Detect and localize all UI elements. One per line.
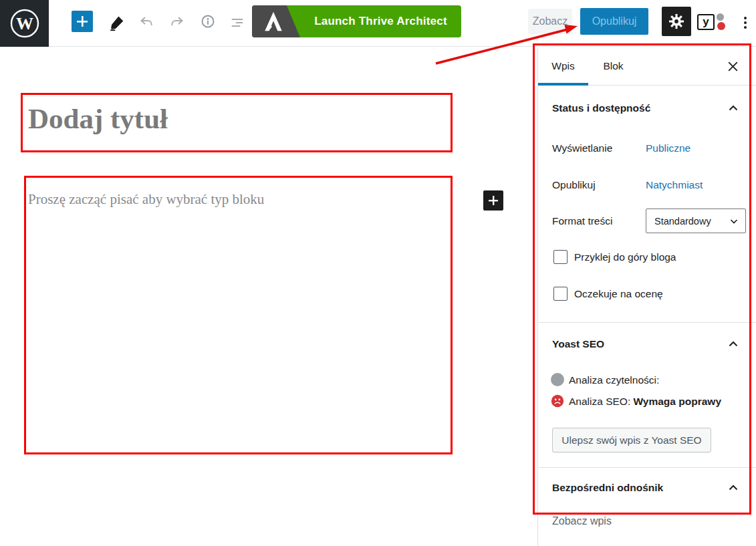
close-sidebar-button[interactable]: [726, 59, 739, 73]
pending-review-checkbox-label[interactable]: Oczekuje na ocenę: [574, 288, 663, 300]
pencil-icon: [108, 14, 126, 31]
visibility-value-link[interactable]: Publiczne: [646, 142, 690, 154]
kebab-dot: [744, 17, 747, 19]
seo-status-value: Wymaga poprawy: [634, 396, 722, 407]
settings-sidebar: Wpis Blok Status i dostępność Wyświetlan…: [537, 47, 756, 546]
chevron-down-icon: [729, 217, 739, 226]
preview-button[interactable]: Zobacz: [528, 9, 572, 34]
yoast-seo-menu-button[interactable]: y: [697, 13, 729, 33]
undo-button[interactable]: [138, 13, 155, 31]
thrive-button-label: Launch Thrive Architect: [300, 5, 461, 37]
publish-button[interactable]: Opublikuj: [580, 8, 648, 35]
chevron-up-icon: [727, 338, 739, 350]
publish-date-label: Opublikuj: [552, 179, 596, 191]
chevron-up-icon: [727, 482, 739, 494]
gear-icon: [668, 13, 685, 30]
section-divider: [538, 322, 756, 323]
info-icon: [200, 13, 216, 29]
seo-status-label: Analiza SEO:: [569, 396, 630, 407]
seo-status-sad-face-icon: [551, 394, 564, 410]
seo-status-row: Analiza SEO: Wymaga poprawy: [569, 396, 721, 408]
post-format-select[interactable]: Standardowy: [646, 209, 746, 233]
pending-review-checkbox[interactable]: [553, 287, 568, 301]
collapse-permalink-button[interactable]: [727, 482, 739, 494]
settings-toggle-button[interactable]: [662, 7, 691, 36]
redo-button[interactable]: [168, 13, 186, 31]
tab-post-label: Wpis: [551, 60, 574, 72]
chevron-up-icon: [727, 102, 739, 114]
view-post-link[interactable]: Zobacz wpis: [552, 515, 612, 527]
thrive-a-icon: [261, 9, 285, 33]
post-format-label: Format treści: [552, 215, 612, 227]
wordpress-w-circle-icon: W: [9, 8, 40, 39]
list-view-button[interactable]: [229, 14, 246, 31]
block-inserter-button[interactable]: [72, 11, 93, 32]
yoast-seo-score-dot-icon: [717, 22, 725, 30]
post-format-selected-value: Standardowy: [654, 216, 711, 227]
post-body-input[interactable]: Proszę zacząć pisać aby wybrać typ bloku: [28, 191, 264, 208]
wordpress-logo[interactable]: W: [0, 0, 49, 47]
undo-icon: [138, 14, 154, 30]
edit-tool-button[interactable]: [107, 12, 127, 33]
close-icon: [727, 61, 739, 72]
tab-post[interactable]: Wpis: [538, 47, 588, 86]
collapse-yoast-button[interactable]: [727, 338, 739, 350]
post-title-input[interactable]: Dodaj tytuł: [28, 102, 168, 135]
sidebar-tab-bar: Wpis Blok: [538, 47, 756, 86]
visibility-label: Wyświetlanie: [552, 142, 612, 154]
list-view-icon: [229, 15, 245, 31]
svg-text:W: W: [16, 14, 33, 33]
annotation-box-content: [24, 176, 453, 454]
readability-status-dot-icon: [551, 373, 564, 386]
launch-thrive-architect-button[interactable]: Launch Thrive Architect: [252, 5, 461, 37]
kebab-dot: [744, 21, 747, 24]
redo-icon: [169, 14, 185, 30]
collapse-status-button[interactable]: [727, 102, 739, 114]
sticky-post-checkbox[interactable]: [553, 250, 568, 264]
thrive-architect-logo-icon: [252, 5, 300, 37]
improve-post-yoast-button[interactable]: Ulepsz swój wpis z Yoast SEO: [552, 428, 711, 452]
sad-face-icon: [551, 394, 564, 408]
plus-icon: [76, 15, 89, 28]
wordpress-block-editor: W: [0, 0, 756, 546]
readability-status-label: Analiza czytelności:: [569, 374, 659, 386]
permalink-section-title: Bezpośredni odnośnik: [552, 482, 663, 494]
add-block-button[interactable]: [483, 190, 503, 211]
plus-icon: [487, 194, 499, 207]
more-options-button[interactable]: [740, 13, 751, 32]
section-divider: [538, 467, 756, 468]
publish-date-value-link[interactable]: Natychmiast: [646, 179, 703, 191]
yoast-y-icon: y: [697, 14, 715, 30]
yoast-readability-dot-icon: [717, 13, 724, 21]
kebab-dot: [744, 26, 747, 29]
tab-block-label: Blok: [603, 60, 623, 72]
tab-block[interactable]: Blok: [588, 47, 638, 86]
active-tab-underline: [538, 83, 588, 86]
yoast-section-title: Yoast SEO: [552, 338, 604, 350]
sticky-post-checkbox-label[interactable]: Przyklej do góry bloga: [574, 251, 676, 263]
status-section-title: Status i dostępność: [552, 102, 650, 114]
details-button[interactable]: [199, 13, 217, 30]
